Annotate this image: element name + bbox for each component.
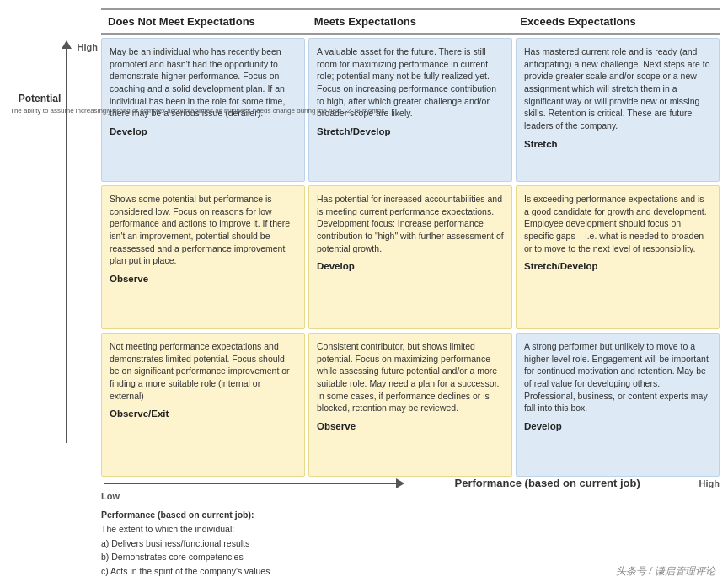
grid-cell-2-1: Consistent contributor, but shows limite…: [308, 333, 512, 477]
cell-action: Develop: [524, 419, 711, 433]
cell-text: Is exceeding performance expectations an…: [524, 194, 707, 253]
horizontal-arrow: [104, 483, 398, 484]
watermark: 头条号 / 谦启管理评论: [616, 564, 715, 579]
potential-main-label: Potential: [10, 93, 69, 104]
grid-rows: May be an individual who has recently be…: [101, 38, 720, 477]
cell-action: Observe: [110, 272, 297, 285]
grid-cell-1-0: Shows some potential but performance is …: [101, 185, 305, 329]
col-header-1: Meets Expectations: [308, 8, 514, 35]
grid-row-2: Not meeting performance expectations and…: [101, 333, 720, 477]
grid-row-1: Shows some potential but performance is …: [101, 185, 720, 329]
col-header-0: Does Not Meet Expectations: [101, 8, 308, 35]
grid-cell-1-1: Has potential for increased accountabili…: [308, 185, 512, 329]
cell-action: Stretch: [524, 137, 711, 151]
grid-area: Does Not Meet Expectations Meets Expecta…: [101, 8, 720, 477]
horizontal-high-label: High: [699, 478, 720, 488]
cell-action: Observe: [317, 419, 504, 433]
cell-action: Stretch/Develop: [317, 125, 504, 138]
grid-cell-0-2: Has mastered current role and is ready (…: [516, 38, 720, 182]
note-title: Performance (based on current job):: [101, 510, 254, 520]
vertical-high-label: High: [78, 42, 101, 52]
cell-text: Consistent contributor, but shows limite…: [317, 341, 500, 413]
potential-desc-label: The ability to assume increasingly broad…: [10, 107, 69, 115]
page-wrapper: High Potential The ability to assume inc…: [0, 0, 728, 587]
note-item-1: b) Demonstrates core competencies: [101, 552, 244, 562]
cell-text: A strong performer but unlikely to move …: [524, 341, 709, 413]
grid-cell-2-0: Not meeting performance expectations and…: [101, 333, 305, 477]
col-header-2: Exceeds Expectations: [513, 8, 720, 35]
cell-text: Shows some potential but performance is …: [110, 194, 290, 265]
horizontal-axis-row: Performance (based on current job) High: [101, 477, 720, 489]
note-subtitle: The extent to which the individual:: [101, 524, 234, 534]
grid-cell-1-2: Is exceeding performance expectations an…: [516, 185, 720, 329]
cell-text: Not meeting performance expectations and…: [110, 341, 290, 401]
cell-action: Observe/Exit: [110, 407, 297, 420]
note-item-0: a) Delivers business/functional results: [101, 538, 249, 548]
cell-text: Has potential for increased accountabili…: [317, 194, 504, 253]
note-item-2: c) Acts in the spirit of the company's v…: [101, 566, 270, 576]
cell-action: Develop: [317, 259, 504, 273]
grid-cell-2-2: A strong performer but unlikely to move …: [516, 333, 720, 477]
cell-text: Has mastered current role and is ready (…: [524, 46, 710, 131]
cell-action: Stretch/Develop: [524, 259, 711, 273]
horizontal-axis-label: Performance (based on current job): [401, 477, 694, 489]
horizontal-low-label: Low: [101, 491, 720, 501]
cell-action: Develop: [110, 125, 297, 138]
column-headers: Does Not Meet Expectations Meets Expecta…: [101, 8, 720, 35]
vertical-axis: High Potential The ability to assume inc…: [8, 8, 101, 477]
potential-label-block: Potential The ability to assume increasi…: [10, 93, 69, 115]
top-area: High Potential The ability to assume inc…: [8, 8, 720, 477]
